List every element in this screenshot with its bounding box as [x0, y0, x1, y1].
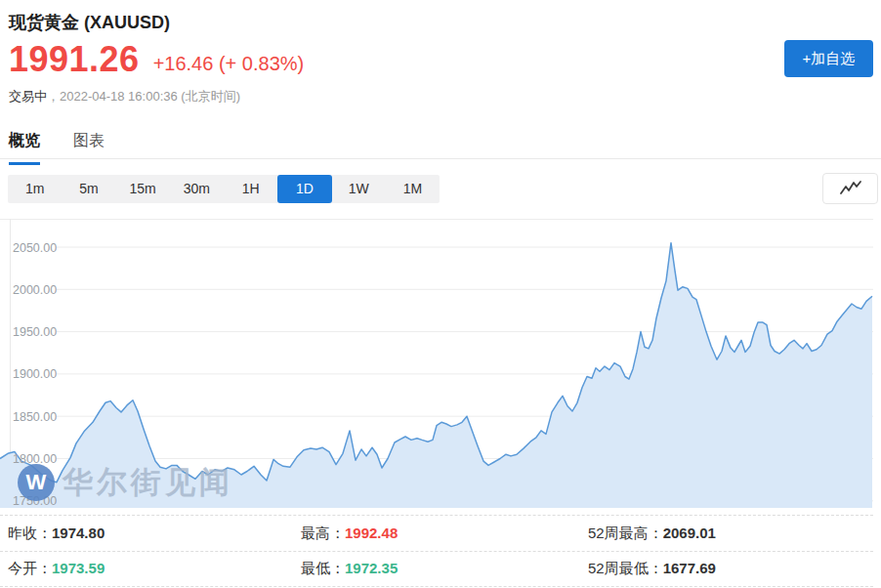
brand-logo-letter: W	[26, 470, 47, 495]
y-axis-label: 1850.00	[13, 410, 57, 424]
stat-label: 52周最高：	[588, 525, 663, 541]
tab-overview[interactable]: 概览	[9, 131, 40, 165]
stat-value: 1974.80	[52, 525, 105, 541]
y-axis-label: 2000.00	[13, 283, 57, 297]
stat-prev-close: 昨收：1974.80	[0, 525, 293, 543]
stats-row: 今开：1973.59 最低：1972.35 52周最低：1677.69	[0, 551, 873, 587]
stat-value: 1972.35	[345, 560, 398, 576]
quote-timestamp: ，2022-04-18 16:00:36 (北京时间)	[47, 89, 240, 104]
stat-value: 1973.59	[52, 560, 105, 576]
tab-chart[interactable]: 图表	[73, 131, 105, 165]
stat-day-high: 最高：1992.48	[293, 525, 580, 543]
timeframe-5m[interactable]: 5m	[62, 175, 115, 203]
price-chart[interactable]: 2050.002000.001950.001900.001850.001800.…	[0, 219, 873, 508]
market-status: 交易中，2022-04-18 16:00:36 (北京时间)	[9, 88, 240, 105]
y-axis-label: 2050.00	[13, 241, 57, 255]
tabs-divider	[0, 158, 881, 159]
timeframe-1h[interactable]: 1H	[224, 175, 277, 203]
page-title: 现货黄金 (XAUUSD)	[9, 11, 170, 34]
stat-label: 52周最低：	[588, 560, 663, 576]
chart-style-button[interactable]	[822, 173, 878, 204]
brand-logo-icon: W	[18, 464, 55, 501]
y-axis-label: 1900.00	[13, 367, 57, 381]
quote-stats: 昨收：1974.80 最高：1992.48 52周最高：2069.01 今开：1…	[0, 515, 873, 587]
timeframe-1m-month[interactable]: 1M	[386, 175, 440, 203]
timeframe-1m[interactable]: 1m	[8, 175, 62, 203]
trading-status-label: 交易中	[9, 89, 47, 104]
stat-open: 今开：1973.59	[0, 560, 293, 578]
stat-value: 1677.69	[663, 560, 716, 576]
stat-label: 昨收：	[8, 525, 52, 541]
line-chart-icon	[838, 180, 863, 197]
timeframe-15m[interactable]: 15m	[116, 175, 170, 203]
y-axis-label: 1950.00	[13, 325, 57, 339]
stat-label: 今开：	[8, 560, 52, 576]
stat-day-low: 最低：1972.35	[293, 560, 580, 578]
last-price: 1991.26	[9, 42, 140, 77]
timeframe-selector: 1m 5m 15m 30m 1H 1D 1W 1M	[8, 175, 440, 203]
price-change: +16.46 (+ 0.83%)	[153, 53, 305, 77]
stat-label: 最高：	[301, 525, 345, 541]
timeframe-30m[interactable]: 30m	[170, 175, 224, 203]
stats-row: 昨收：1974.80 最高：1992.48 52周最高：2069.01	[0, 515, 873, 551]
price-block: 1991.26 +16.46 (+ 0.83%)	[9, 42, 304, 77]
timeframe-1d[interactable]: 1D	[277, 175, 331, 203]
stat-label: 最低：	[301, 560, 345, 576]
view-tabs: 概览 图表	[9, 131, 105, 165]
brand-watermark: 华尔街见闻	[63, 462, 233, 503]
add-watchlist-button[interactable]: +加自选	[784, 40, 873, 77]
stat-52w-low: 52周最低：1677.69	[580, 560, 873, 578]
stat-value: 1992.48	[345, 525, 398, 541]
stat-value: 2069.01	[663, 525, 716, 541]
timeframe-1w[interactable]: 1W	[332, 175, 386, 203]
stat-52w-high: 52周最高：2069.01	[580, 525, 873, 543]
quote-page: { "header": { "title": "现货黄金 (XAUUSD)", …	[0, 0, 881, 588]
